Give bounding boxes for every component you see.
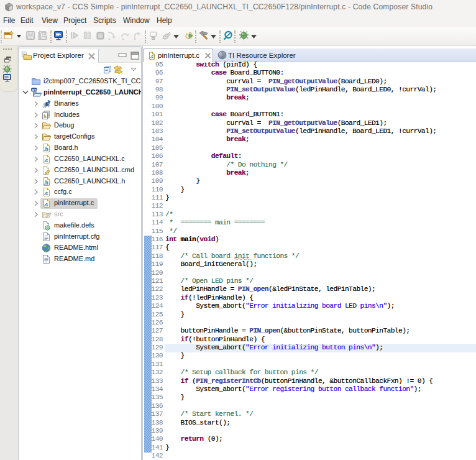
svg-text:.h: .h — [43, 147, 48, 152]
svg-text:.h: .h — [43, 180, 48, 185]
svg-text:h: h — [43, 113, 47, 119]
svg-text:.c: .c — [150, 54, 154, 58]
svg-text:.c: .c — [44, 191, 48, 196]
svg-text:ATX: ATX — [32, 89, 37, 91]
svg-text:.c: .c — [44, 202, 48, 208]
svg-text:.c: .c — [44, 157, 48, 163]
